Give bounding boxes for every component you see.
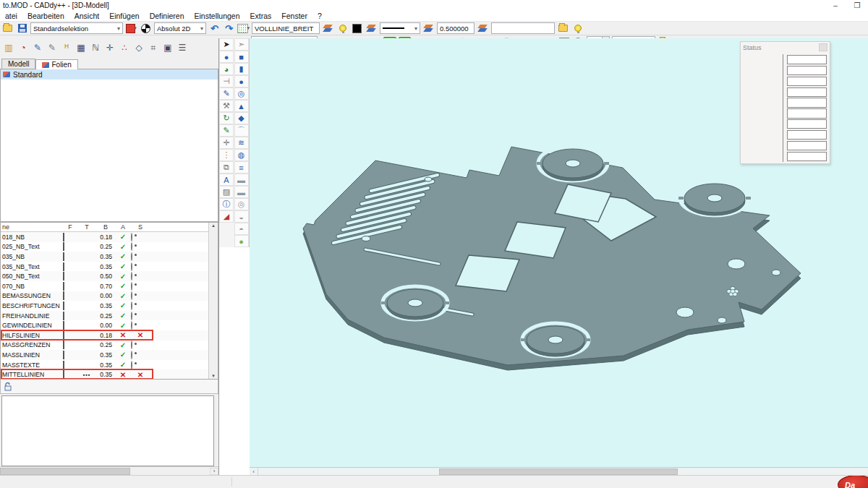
clamp-tool-icon[interactable]: ⊣ xyxy=(219,75,234,87)
layer-visible-eye[interactable] xyxy=(131,351,132,359)
layer-visible-eye[interactable] xyxy=(131,242,132,251)
layer-row-massgrenzen[interactable]: MASSGRENZEN0.25✓ xyxy=(1,341,208,351)
sphere-rotate-icon[interactable]: ◕ xyxy=(219,63,234,75)
shell-icon[interactable]: ◍ xyxy=(234,149,249,161)
layer-color-chip[interactable] xyxy=(63,242,64,251)
layer-visible-eye[interactable] xyxy=(131,282,132,291)
layer-visible-eye[interactable] xyxy=(131,272,132,281)
dimension-icon[interactable]: ⧉ xyxy=(219,161,234,174)
text-a-icon[interactable]: A xyxy=(219,174,234,186)
list-icon[interactable]: ☰ xyxy=(176,41,189,54)
hscroll-thumb[interactable] xyxy=(0,468,130,475)
connector-icon[interactable]: ⌗ xyxy=(147,41,160,54)
hatch-icon[interactable]: ▨ xyxy=(219,186,234,198)
layer-active-check[interactable]: ✓ xyxy=(115,301,131,309)
bool-intersect-icon[interactable]: ◓ xyxy=(234,223,249,235)
layers4-icon[interactable] xyxy=(477,22,489,34)
layer-color-chip[interactable] xyxy=(63,252,64,261)
origin-circle-icon[interactable] xyxy=(140,22,152,34)
color-swatch-icon[interactable] xyxy=(351,22,363,34)
status-field[interactable] xyxy=(787,77,827,86)
layer-visible-eye[interactable] xyxy=(131,301,132,310)
edit-page-icon[interactable]: ✎ xyxy=(46,41,59,54)
undo-icon[interactable]: ↶ xyxy=(208,22,221,34)
layer-row-035_nb_text[interactable]: 035_NB_Text0.35✓ xyxy=(1,262,208,272)
layer-visible-cross[interactable]: ✕ xyxy=(131,371,150,379)
extrude-box-icon[interactable]: ■ xyxy=(234,51,249,63)
status-field[interactable] xyxy=(787,66,827,75)
stack-icon[interactable]: ≡ xyxy=(234,161,249,174)
layer-visible-eye[interactable] xyxy=(131,312,132,320)
hscroll-right-arrow[interactable]: › xyxy=(210,468,218,475)
folder-arrow-icon[interactable] xyxy=(557,22,569,34)
torus-icon[interactable]: ◎ xyxy=(234,87,249,100)
pencil-tool-icon[interactable]: ✎ xyxy=(219,87,234,100)
layer-color-chip[interactable] xyxy=(63,282,64,291)
layer-active-check[interactable]: ✓ xyxy=(115,282,131,290)
normals-icon[interactable]: ℕ xyxy=(89,41,102,54)
layer-color-chip[interactable] xyxy=(63,321,64,330)
red-selection-icon[interactable]: ▾ xyxy=(125,22,137,34)
select-cursor-icon[interactable]: ➤ xyxy=(219,38,234,51)
menu-item-extras[interactable]: Extras xyxy=(245,12,277,20)
bulb2-icon[interactable] xyxy=(571,22,584,34)
layer-row-070_nb[interactable]: 070_NB0.70✓ xyxy=(1,281,208,291)
history-icon[interactable]: ◔ xyxy=(17,41,30,54)
layer-active-check[interactable]: ✓ xyxy=(115,233,131,241)
layer-active-check[interactable]: ✓ xyxy=(115,262,131,270)
layer-active-check[interactable]: ✓ xyxy=(115,312,131,320)
cone-icon[interactable]: ▲ xyxy=(234,100,249,112)
layer-row-mittellinien[interactable]: MITTELLINIEN▪▪▪0.35✕✕ xyxy=(1,369,208,379)
white-arrow-icon[interactable]: ➣ xyxy=(234,38,249,51)
layer-row-gewindelinien[interactable]: GEWINDELINIEN0.00✓ xyxy=(1,320,208,330)
layers3-icon[interactable] xyxy=(422,22,435,34)
layer-active-cross[interactable]: ✕ xyxy=(115,331,131,339)
sphere-green-icon[interactable]: ● xyxy=(234,235,249,247)
layer-active-cross[interactable]: ✕ xyxy=(115,371,131,379)
status-field[interactable] xyxy=(787,87,827,97)
layers-icon[interactable] xyxy=(322,22,334,34)
layer-color-chip[interactable] xyxy=(63,331,64,340)
status-field[interactable] xyxy=(787,108,827,118)
status-field[interactable] xyxy=(787,98,827,107)
layer-row-beschriftungen[interactable]: BESCHRIFTUNGEN0.35✓ xyxy=(1,301,208,311)
line-style-combo[interactable]: ▾ xyxy=(380,22,420,34)
layer-visible-eye[interactable] xyxy=(131,252,132,261)
layer-linetype[interactable]: ▪▪▪ xyxy=(77,372,96,377)
viewport-hscrollbar[interactable]: ‹ xyxy=(250,467,868,475)
tab-modell[interactable]: Modell xyxy=(1,59,35,69)
tab-folien[interactable]: Folien xyxy=(35,59,77,69)
viewport-scroll-thumb[interactable] xyxy=(439,468,678,475)
layer-row-bemassungen[interactable]: BEMASSUNGEN0.00✓ xyxy=(1,291,208,301)
box-icon[interactable]: ▣ xyxy=(161,41,174,54)
layer-row-050_nb_text[interactable]: 050_NB_Text0.50✓ xyxy=(1,271,208,281)
layer-active-check[interactable]: ✓ xyxy=(115,361,131,369)
coord-mode-combo[interactable]: Absolut 2D▾ xyxy=(154,22,206,34)
layer-color-chip[interactable] xyxy=(63,291,64,300)
layer-row-masstexte[interactable]: MASSTEXTE0.35✓ xyxy=(1,360,208,370)
layer-row-masslinien[interactable]: MASSLINIEN0.35✓ xyxy=(1,350,208,360)
eraser-icon[interactable]: ◢ xyxy=(219,210,234,223)
sphere-blue-icon[interactable]: ● xyxy=(219,51,234,63)
layer-visible-eye[interactable] xyxy=(131,291,132,300)
extra-field[interactable] xyxy=(491,22,555,34)
layer-visible-eye[interactable] xyxy=(131,341,132,349)
layer-active-check[interactable]: ✓ xyxy=(115,252,131,260)
save-icon[interactable] xyxy=(16,22,28,34)
layer-visible-eye[interactable] xyxy=(131,233,132,241)
layers2-icon[interactable] xyxy=(365,22,378,34)
layer-color-chip[interactable] xyxy=(63,272,64,281)
snap-points-icon[interactable]: ∴ xyxy=(118,41,131,54)
layer-color-chip[interactable] xyxy=(63,361,64,369)
layer-active-check[interactable]: ✓ xyxy=(115,351,131,359)
open-folder-icon[interactable] xyxy=(1,22,14,34)
layer-color-chip[interactable] xyxy=(63,262,64,271)
layer-active-check[interactable]: ✓ xyxy=(115,292,131,300)
layer-table-scrollbar[interactable]: ▴ ▾ xyxy=(208,223,218,379)
grid-snap-icon[interactable]: ▾ xyxy=(237,22,250,34)
status-field[interactable] xyxy=(787,55,827,64)
slab-icon[interactable]: ▬ xyxy=(234,174,249,186)
status-float-panel[interactable]: Status xyxy=(740,41,830,164)
menu-item-definieren[interactable]: Definieren xyxy=(145,12,190,20)
layer-row-025_nb_text[interactable]: 025_NB_Text0.25✓ xyxy=(1,242,208,252)
